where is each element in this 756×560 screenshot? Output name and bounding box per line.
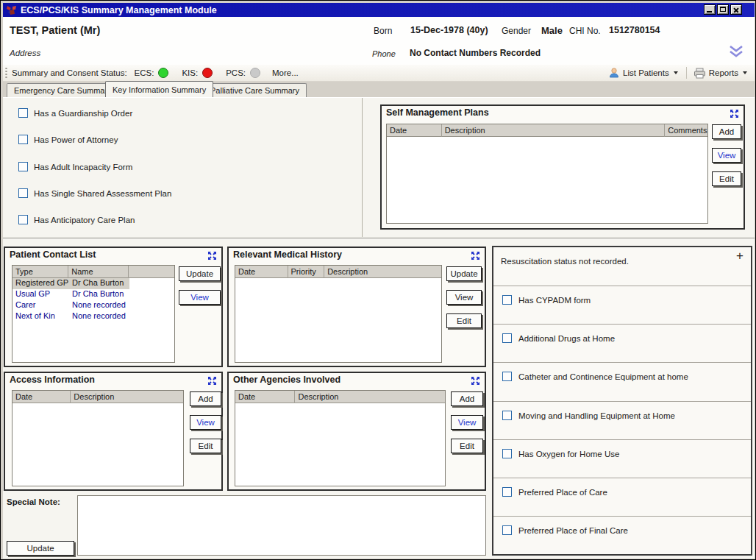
toolbar-grip[interactable]: [5, 67, 7, 79]
kis-label: KIS:: [182, 68, 198, 77]
app-window: ECS/PCS/KIS Summary Management Module TE…: [0, 0, 756, 560]
tab-emergency-care-summary[interactable]: Emergency Care Summary: [7, 83, 119, 97]
pcs-label: PCS:: [226, 68, 246, 77]
other-agencies-involved-panel: Other Agencies Involved Date Description…: [227, 372, 486, 491]
patient-contact-table[interactable]: Type Name Registered GP Dr Cha Burton Us…: [12, 265, 175, 363]
table-row[interactable]: Carer None recorded: [13, 300, 174, 311]
preferred-place-of-final-care-checkbox[interactable]: [502, 525, 512, 535]
panel-title: Relevant Medical History: [233, 249, 342, 260]
add-resuscitation-icon[interactable]: +: [736, 249, 743, 263]
expand-icon[interactable]: [730, 109, 739, 118]
flag-guardianship-order: Has a Guardianship Order: [18, 108, 132, 118]
expand-icon[interactable]: [471, 251, 480, 260]
update-button[interactable]: Update: [446, 266, 482, 281]
access-information-panel: Access Information Date Description Add …: [4, 372, 223, 491]
chevron-double-down-icon[interactable]: [728, 45, 746, 58]
pcs-status-indicator: [250, 68, 260, 78]
anticipatory-care-plan-checkbox[interactable]: [18, 215, 28, 224]
view-button[interactable]: View: [446, 290, 482, 305]
chi-label: CHI No.: [569, 26, 601, 36]
column-date[interactable]: Date: [235, 391, 295, 403]
consent-flags-box: Has a Guardianship Order Has Power of At…: [3, 98, 363, 237]
flag-moving-handling: Moving and Handling Equipment at Home: [493, 401, 751, 439]
access-information-table[interactable]: Date Description: [12, 390, 184, 486]
additional-drugs-checkbox[interactable]: [502, 333, 512, 343]
expand-icon[interactable]: [207, 376, 217, 386]
add-button[interactable]: Add: [190, 391, 221, 406]
column-description[interactable]: Description: [324, 266, 441, 278]
expand-icon[interactable]: [471, 376, 480, 386]
edit-button[interactable]: Edit: [446, 313, 482, 328]
column-name[interactable]: Name: [68, 266, 128, 278]
born-value: 15-Dec-1978 (40y): [410, 25, 488, 35]
add-button[interactable]: Add: [451, 391, 483, 406]
table-row[interactable]: Usual GP Dr Cha Burton: [13, 289, 174, 300]
column-date[interactable]: Date: [235, 266, 288, 278]
flag-oxygen-home-use: Has Oxygen for Home Use: [493, 439, 751, 478]
flag-adult-incapacity-form: Has Adult Incapacity Form: [18, 162, 132, 171]
special-note-input[interactable]: [77, 495, 486, 556]
reports-button[interactable]: Reports: [693, 68, 749, 79]
column-description[interactable]: Description: [71, 391, 183, 403]
toolbar-right: List Patients Reports: [608, 67, 755, 79]
gender-label: Gender: [502, 26, 531, 36]
edit-button[interactable]: Edit: [451, 439, 483, 453]
add-button[interactable]: Add: [712, 124, 741, 139]
special-note-update-button[interactable]: Update: [7, 541, 74, 556]
address-label: Address: [10, 49, 40, 57]
adult-incapacity-form-checkbox[interactable]: [18, 162, 28, 171]
table-row[interactable]: Next of Kin None recorded: [13, 311, 174, 322]
view-button[interactable]: View: [179, 290, 221, 305]
self-management-plans-table[interactable]: Date Description Comments: [386, 124, 708, 224]
guardianship-order-checkbox[interactable]: [18, 108, 28, 118]
list-patients-button[interactable]: List Patients: [608, 67, 680, 79]
moving-handling-checkbox[interactable]: [502, 411, 512, 420]
status-toolbar: Summary and Consent Status: ECS: KIS: PC…: [3, 65, 755, 82]
edit-button[interactable]: Edit: [190, 439, 221, 453]
minimize-button[interactable]: [704, 4, 716, 15]
dropdown-arrow-icon: [674, 71, 678, 74]
column-type[interactable]: Type: [13, 266, 68, 278]
panel-title: Other Agencies Involved: [233, 375, 340, 385]
minimize-icon: [707, 11, 712, 13]
column-comments[interactable]: Comments: [665, 124, 707, 137]
medical-history-table[interactable]: Date Priority Description: [235, 265, 442, 363]
close-button[interactable]: [730, 4, 742, 15]
patient-name: TEST, Patient (Mr): [10, 24, 100, 36]
patient-header: TEST, Patient (Mr) Born 15-Dec-1978 (40y…: [3, 17, 755, 65]
column-date[interactable]: Date: [13, 391, 71, 403]
column-description[interactable]: Description: [442, 124, 666, 137]
born-label: Born: [374, 26, 392, 36]
edit-button[interactable]: Edit: [712, 171, 741, 186]
table-header: Date Description Comments: [387, 124, 707, 137]
view-button[interactable]: View: [712, 148, 741, 163]
phone-label: Phone: [372, 49, 396, 58]
power-of-attorney-checkbox[interactable]: [18, 135, 28, 144]
preferred-place-of-care-checkbox[interactable]: [502, 487, 512, 497]
resuscitation-status-text: Resuscitation status not recorded.: [501, 257, 629, 266]
person-icon: [608, 67, 620, 79]
resuscitation-status-row: Resuscitation status not recorded. +: [493, 247, 751, 286]
view-button[interactable]: View: [451, 415, 483, 430]
single-shared-assessment-plan-checkbox[interactable]: [18, 188, 28, 198]
maximize-button[interactable]: [717, 4, 729, 15]
column-description[interactable]: Description: [295, 391, 445, 403]
column-date[interactable]: Date: [387, 124, 442, 137]
column-priority[interactable]: Priority: [288, 266, 325, 278]
ecs-status-indicator: [158, 68, 168, 78]
update-button[interactable]: Update: [179, 266, 221, 281]
more-link[interactable]: More...: [272, 68, 299, 77]
window-controls: [704, 4, 742, 15]
tab-key-information-summary[interactable]: Key Information Summary: [105, 81, 213, 97]
view-button[interactable]: View: [190, 415, 221, 430]
gender-value: Male: [541, 25, 563, 36]
oxygen-home-use-checkbox[interactable]: [502, 449, 512, 458]
flag-preferred-place-of-final-care: Preferred Place of Final Care: [493, 516, 751, 554]
expand-icon[interactable]: [207, 251, 217, 260]
tab-palliative-care-summary[interactable]: Palliative Care Summary: [203, 83, 307, 97]
cypadm-form-checkbox[interactable]: [502, 295, 512, 305]
catheter-continence-checkbox[interactable]: [502, 372, 512, 381]
table-row[interactable]: Registered GP Dr Cha Burton: [13, 278, 174, 289]
column-blank[interactable]: [129, 266, 174, 278]
other-agencies-table[interactable]: Date Description: [235, 390, 446, 486]
